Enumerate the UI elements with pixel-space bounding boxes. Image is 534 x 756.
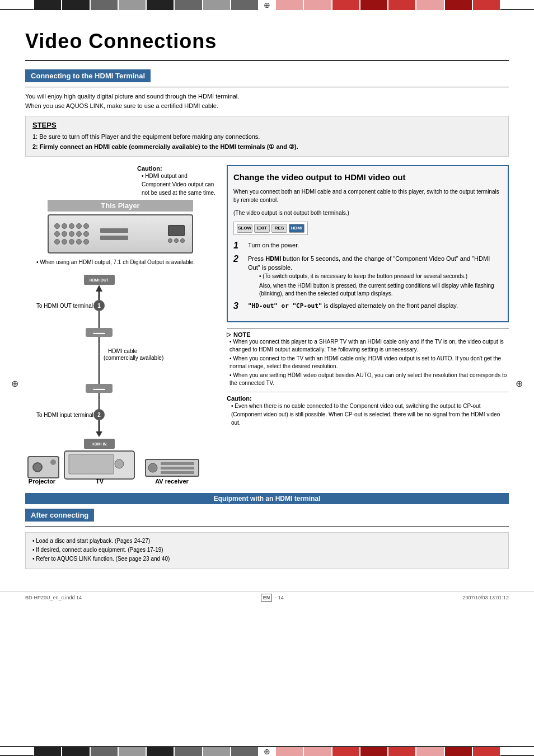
note-icon: ▷ xyxy=(227,331,231,337)
crosshair-mark: ⊕ xyxy=(259,0,275,10)
step2-num: 2 xyxy=(233,254,243,298)
after-connecting-box: Load a disc and start playback. (Pages 2… xyxy=(25,532,509,569)
steps-box: STEPS 1: Be sure to turn off this Player… xyxy=(25,116,509,157)
change-video-title: Change the video output to HDMI video ou… xyxy=(233,172,502,183)
svg-text:▬▬▬: ▬▬▬ xyxy=(93,331,105,335)
num-step-3: 3 "HD-out" or "CP-out" is displayed alte… xyxy=(233,301,502,311)
step1-text: Turn on the power. xyxy=(248,241,502,251)
player-label-box: This Player xyxy=(48,200,193,212)
section1-header: Connecting to the HDMI Terminal xyxy=(25,69,151,82)
caution-text: HDMI output and Component Video output c… xyxy=(142,172,216,197)
intro-line1: You will enjoy high quality digital pict… xyxy=(25,93,239,100)
svg-text:AV receiver: AV receiver xyxy=(155,478,189,485)
remote-btn-exit: EXIT xyxy=(254,224,270,233)
svg-text:▬▬▬: ▬▬▬ xyxy=(93,387,105,391)
svg-text:1: 1 xyxy=(97,303,101,309)
page-footer: BD-HP20U_en_c.indd 14 EN - 14 2007/10/03… xyxy=(0,591,534,603)
steps-label: STEPS xyxy=(32,121,502,129)
svg-text:HDMI OUT: HDMI OUT xyxy=(90,278,109,282)
lang-badge: EN xyxy=(261,594,273,602)
note-item-1: When you connect this player to a SHARP … xyxy=(229,338,509,354)
svg-rect-35 xyxy=(161,467,194,469)
after-item-3: Refer to AQUOS LINK function. (See page … xyxy=(32,555,502,563)
svg-marker-2 xyxy=(96,285,102,292)
svg-point-33 xyxy=(148,463,157,472)
caution-box: Caution: HDMI output and Component Video… xyxy=(137,165,216,197)
left-diagram: Caution: HDMI output and Component Video… xyxy=(25,165,216,485)
after-item-2: If desired, connect audio equipment. (Pa… xyxy=(32,546,502,554)
caution-title: Caution: xyxy=(137,165,216,172)
svg-text:HDMI cable: HDMI cable xyxy=(108,348,138,354)
top-decorative-bar: ⊕ xyxy=(0,0,534,10)
step1-text: 1: Be sure to turn off this Player and t… xyxy=(32,132,502,142)
svg-rect-36 xyxy=(161,471,194,474)
caution-bottom: Caution: Even when there is no cable con… xyxy=(227,392,509,427)
note-items: When you connect this player to a SHARP … xyxy=(229,338,509,387)
section1-divider xyxy=(25,87,509,87)
svg-marker-21 xyxy=(96,431,102,437)
bottom-crosshair: ⊕ xyxy=(259,747,275,756)
step3-display: "HD-out" or "CP-out" xyxy=(248,302,322,309)
step3-text: "HD-out" or "CP-out" is displayed altern… xyxy=(248,301,502,311)
connection-diagram-svg: HDMI OUT 1 To HDMI OUT terminal ▬▬▬ xyxy=(25,272,204,485)
note-item-3: When you are setting HDMI video output b… xyxy=(229,372,509,387)
svg-text:2: 2 xyxy=(97,412,101,418)
right-info: Change the video output to HDMI video ou… xyxy=(227,165,509,485)
svg-text:TV: TV xyxy=(96,478,104,485)
num-step-2: 2 Press HDMI button for 5 seconds, and t… xyxy=(233,254,502,298)
note-item-2: When you connect to the TV with an HDMI … xyxy=(229,355,509,370)
svg-point-26 xyxy=(115,459,124,468)
svg-text:Projector: Projector xyxy=(29,478,56,485)
note-box: ▷ NOTE When you connect this player to a… xyxy=(227,328,509,387)
footer-left: BD-HP20U_en_c.indd 14 xyxy=(25,595,82,600)
change-video-desc1: When you connect both an HDMI cable and … xyxy=(233,187,502,204)
footer-lang: EN - 14 xyxy=(261,595,284,600)
equip-section-label: Equipment with an HDMI terminal xyxy=(25,493,509,504)
num-step-1: 1 Turn on the power. xyxy=(233,241,502,251)
svg-rect-34 xyxy=(161,462,194,465)
after-connecting-divider xyxy=(25,526,509,527)
remote-btn-slow: SLOW xyxy=(237,224,252,233)
step3-num: 3 xyxy=(233,301,243,311)
steps-text: 1: Be sure to turn off this Player and t… xyxy=(32,132,502,152)
remote-btn-hdmi: HDMI xyxy=(289,224,305,233)
after-connecting-header: After connecting xyxy=(25,509,94,522)
change-video-desc2: (The video output is not output both ter… xyxy=(233,209,502,217)
diagram-area: Caution: HDMI output and Component Video… xyxy=(25,165,509,485)
after-item-1: Load a disc and start playback. (Pages 2… xyxy=(32,537,502,545)
caution-bottom-title: Caution: xyxy=(227,395,509,402)
note-title-text: NOTE xyxy=(233,331,251,338)
svg-text:HDMI IN: HDMI IN xyxy=(92,442,107,446)
reg-mark-right: ⊕ xyxy=(516,378,523,389)
page-content: Video Connections Connecting to the HDMI… xyxy=(0,10,534,586)
step2-sub2: Also, when the HDMI button is pressed, t… xyxy=(259,282,502,298)
footer-right: 2007/10/03 13:01:12 xyxy=(462,595,509,600)
bottom-decorative-bar: ⊕ xyxy=(0,746,534,756)
intro-line2: When you use AQUOS LINK, make sure to us… xyxy=(25,102,218,109)
remote-btn-res: RES xyxy=(271,224,287,233)
hdmi-note: When using an HDMI output, 7.1 ch Digita… xyxy=(36,258,216,266)
step1-num: 1 xyxy=(233,241,243,251)
svg-point-28 xyxy=(33,463,42,472)
svg-text:To HDMI OUT terminal: To HDMI OUT terminal xyxy=(36,303,93,309)
note-title: ▷ NOTE xyxy=(227,331,509,338)
svg-text:(commercially available): (commercially available) xyxy=(104,355,163,361)
player-device-inner xyxy=(51,223,189,245)
caution-title-text: Caution: xyxy=(137,165,162,172)
player-label: This Player xyxy=(101,201,139,210)
step2-sub: (To switch outputs, it is necessary to k… xyxy=(259,273,502,298)
step2-text-block: Press HDMI button for 5 seconds, and the… xyxy=(248,254,502,298)
numbered-steps: 1 Turn on the power. 2 Press HDMI button… xyxy=(233,241,502,311)
remote-buttons: SLOW EXIT RES HDMI xyxy=(233,222,308,235)
page-number: - 14 xyxy=(275,595,284,600)
step2-text: 2: Firmly connect an HDMI cable (commerc… xyxy=(32,142,502,152)
svg-text:To HDMI input terminal: To HDMI input terminal xyxy=(36,412,93,418)
reg-mark-left: ⊕ xyxy=(11,378,18,389)
svg-point-29 xyxy=(50,459,56,465)
step2-sub1: (To switch outputs, it is necessary to k… xyxy=(259,273,502,280)
change-video-box: Change the video output to HDMI video ou… xyxy=(227,165,509,322)
title-divider xyxy=(25,60,509,61)
svg-rect-25 xyxy=(69,454,114,474)
player-device xyxy=(48,214,193,253)
page-title: Video Connections xyxy=(25,30,509,53)
